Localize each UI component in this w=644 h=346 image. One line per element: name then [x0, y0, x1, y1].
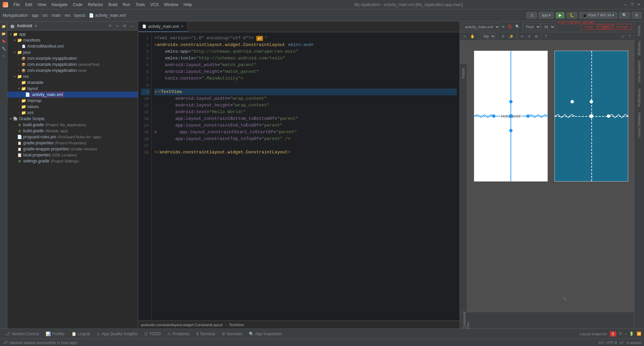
run-button[interactable]: ▶	[556, 12, 565, 18]
device-btn[interactable]: 📱 Pixel 7 API 34 ▾	[579, 12, 617, 18]
tree-item-proguard[interactable]: 📄 proguard-rules.pro (ProGuard Rules for…	[7, 134, 138, 140]
dropdown-arrow-icon[interactable]: ▾	[35, 23, 37, 28]
layout-inspector-label[interactable]: Layout Inspector	[580, 332, 607, 336]
tree-item-java[interactable]: ▾ 📁 java	[7, 49, 138, 55]
breadcrumb-app[interactable]: app	[32, 13, 39, 18]
run-config-btn[interactable]: app ▾	[539, 12, 554, 18]
text-btn[interactable]: T	[543, 34, 548, 39]
tab-close-icon[interactable]: ✕	[181, 24, 183, 28]
vcs-btn[interactable]: ⎇	[526, 12, 537, 18]
tree-item-androidmanifest[interactable]: 📄 AndroidManifest.xml	[7, 43, 138, 49]
magic-wand-btn[interactable]: ✨	[507, 34, 515, 39]
maximize-button[interactable]: ❐	[629, 2, 635, 7]
split-view-btn[interactable]: Split	[598, 24, 612, 30]
build-variants-icon[interactable]: 🔧	[0, 45, 7, 52]
attributes-label[interactable]: Attributes	[637, 40, 642, 57]
tree-item-local-properties[interactable]: 📋 local.properties (SDK Location)	[7, 152, 138, 158]
search-btn[interactable]: 🔍	[619, 12, 630, 18]
bookmarks-icon[interactable]: 🔖	[0, 38, 7, 44]
design-canvas[interactable]: Palette Hello World!	[460, 41, 634, 329]
align-h-btn[interactable]: ⇔	[519, 34, 525, 39]
breadcrumb-main[interactable]: main	[52, 13, 61, 18]
close-button[interactable]: ✕	[636, 2, 641, 7]
resource-manager-icon[interactable]: 📁	[0, 23, 7, 30]
problems-btn[interactable]: ⚠ Problems	[165, 331, 192, 337]
links-assistant-label[interactable]: Links Assistant	[637, 59, 642, 84]
code-content[interactable]: <?xml version="1.0" encoding="utf-8"?> ▲…	[152, 32, 460, 320]
menu-tools[interactable]: Tools	[133, 2, 148, 8]
breadcrumb-myapplication[interactable]: MyApplication	[3, 13, 28, 18]
file-select[interactable]: activity_main.xml	[462, 23, 500, 30]
zoom-btn[interactable]: 🔍	[514, 24, 521, 30]
app-quality-btn[interactable]: ⚠ App Quality Insights	[94, 331, 140, 337]
tree-item-settings-gradle[interactable]: ⚙ settings.gradle (Project Settings)	[7, 158, 138, 164]
menu-navigate[interactable]: Navigate	[49, 2, 70, 8]
tree-item-drawable[interactable]: › 📁 drawable	[7, 80, 138, 86]
menu-edit[interactable]: Edit	[22, 2, 35, 8]
structure-icon[interactable]: ≡	[0, 52, 7, 59]
breadcrumb-src[interactable]: src	[43, 13, 48, 18]
pan-btn[interactable]: ✋	[469, 34, 476, 39]
tree-item-build-gradle-module[interactable]: ⚙ build.gradle (Module :app)	[7, 128, 138, 134]
eye-off-btn[interactable]: 🚫	[506, 24, 514, 30]
tree-item-res[interactable]: ▾ 📁 res	[7, 73, 138, 80]
tree-item-package-main[interactable]: › 📦 com.example.myapplication	[7, 55, 138, 61]
distribute-btn[interactable]: ⊞	[533, 34, 539, 39]
component-tree-label[interactable]: Component Tree	[463, 312, 470, 329]
cursor-btn[interactable]: ↖	[462, 34, 468, 39]
status-breadcrumb-textview[interactable]: TextView	[229, 323, 244, 327]
menu-file[interactable]: File	[11, 2, 22, 8]
margin-select[interactable]: 0dp	[481, 34, 496, 39]
editor-tab-activity-main[interactable]: 📄 activity_main.xml ✕	[138, 21, 188, 32]
tree-item-build-gradle-project[interactable]: ⚙ build.gradle (Project: My_Application)	[7, 122, 138, 128]
tree-item-mipmap[interactable]: › 📁 mipmap	[7, 98, 138, 104]
todo-btn[interactable]: ☑ TODO	[142, 331, 163, 337]
version-control-btn[interactable]: ⎇ Version Control	[3, 331, 42, 337]
design-view-btn[interactable]: Design	[613, 24, 632, 30]
menu-refactor[interactable]: Refactor	[85, 2, 106, 8]
profiler-btn[interactable]: 📊 Profiler	[43, 331, 67, 337]
menu-vcs[interactable]: VCS	[148, 2, 161, 8]
tree-item-layout[interactable]: ▾ 📁 layout	[7, 86, 138, 92]
settings-btn[interactable]: ⚙	[632, 12, 641, 18]
menu-build[interactable]: Build	[106, 2, 120, 8]
menu-run[interactable]: Run	[120, 2, 133, 8]
eye-btn[interactable]: 👁	[500, 24, 506, 30]
tree-item-gradle-scripts[interactable]: ▾ 🐘 Gradle Scripts	[7, 116, 138, 122]
minimize-button[interactable]: —	[623, 2, 628, 7]
tree-item-package-test[interactable]: › 📦 com.example.myapplication (test)	[7, 67, 138, 73]
terminal-btn[interactable]: $ Terminal	[194, 331, 218, 337]
code-editor[interactable]: 1 2 3 4 5 6 7 8 9 10 11 12 13 14 15 16 1…	[138, 32, 460, 320]
resize-handle[interactable]: ⤡	[562, 295, 567, 302]
align-v-btn[interactable]: ⇕	[526, 34, 532, 39]
status-breadcrumb-layout[interactable]: androidx.constraintlayout.widget.Constra…	[141, 323, 222, 327]
close-panel-btn[interactable]: —	[129, 23, 135, 29]
breadcrumb-file[interactable]: 📄 activity_main.xml	[89, 13, 126, 18]
device-select[interactable]: Pixel	[523, 23, 541, 30]
menu-view[interactable]: View	[35, 2, 49, 8]
help-btn[interactable]: ?	[627, 34, 632, 39]
tree-item-manifests[interactable]: ▾ 📁 manifests	[7, 37, 138, 43]
layout-validation-label[interactable]: Layout Validation	[637, 111, 642, 139]
tree-item-activity-main[interactable]: 📄 activity_main.xml	[7, 92, 138, 98]
logcat-btn[interactable]: 📋 Logcat	[69, 331, 93, 337]
debug-button[interactable]: 🐛	[567, 12, 577, 18]
sync-btn[interactable]: ⟳	[107, 23, 113, 29]
collapse-btn[interactable]: ≡	[114, 23, 120, 29]
menu-code[interactable]: Code	[70, 2, 85, 8]
api-select[interactable]: 34	[541, 23, 555, 30]
palette-right-label[interactable]: Palette	[637, 24, 642, 37]
filter-btn[interactable]: ⚙	[122, 23, 128, 29]
palette-label[interactable]: Palette	[461, 67, 466, 80]
menu-window[interactable]: Window	[161, 2, 181, 8]
tree-item-gradle-properties[interactable]: 📋 gradle.properties (Project Properties)	[7, 140, 138, 146]
tree-item-gradle-wrapper[interactable]: 📋 gradle-wrapper.properties (Gradle Vers…	[7, 146, 138, 152]
breadcrumb-layout[interactable]: layout	[74, 13, 85, 18]
project-icon[interactable]: 📂	[0, 30, 7, 37]
tree-item-values[interactable]: › 📁 values	[7, 104, 138, 110]
layout-btn[interactable]: ⚙	[500, 34, 506, 39]
warning-btn[interactable]: ⚠	[620, 34, 626, 39]
services-btn[interactable]: ⚙ Services	[219, 331, 245, 337]
tree-item-app[interactable]: ▾ 📁 app	[7, 31, 138, 37]
tree-item-package-androidtest[interactable]: › 📦 com.example.myapplication (androidTe…	[7, 61, 138, 67]
